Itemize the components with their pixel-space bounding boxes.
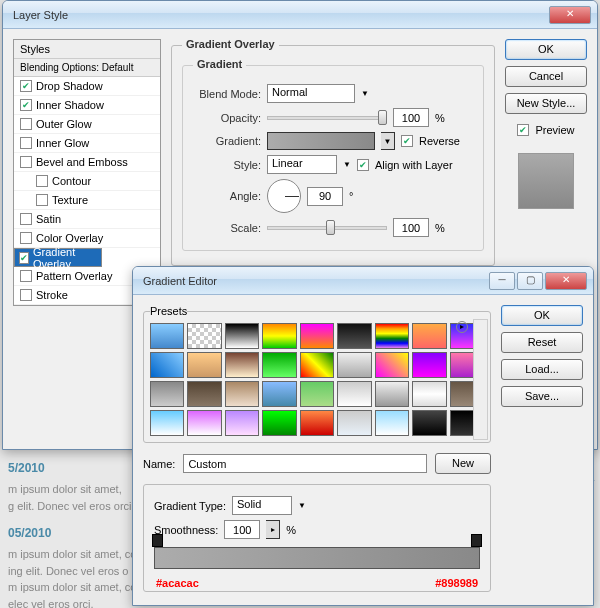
gradient-dropdown[interactable]: ▼ <box>381 132 395 150</box>
hex-right: #898989 <box>435 577 478 589</box>
style-item-bevel-and-emboss[interactable]: Bevel and Emboss <box>14 153 160 172</box>
preset-swatch[interactable] <box>225 352 259 378</box>
opacity-slider[interactable] <box>267 116 387 120</box>
preset-swatch[interactable] <box>150 323 184 349</box>
reverse-checkbox[interactable]: ✔ <box>401 135 413 147</box>
style-checkbox[interactable]: ✔ <box>20 80 32 92</box>
preset-swatch[interactable] <box>225 410 259 436</box>
smoothness-step-icon[interactable]: ▸ <box>266 520 280 539</box>
ok-button[interactable]: OK <box>501 305 583 326</box>
preset-swatch[interactable] <box>412 410 446 436</box>
style-item-inner-shadow[interactable]: ✔Inner Shadow <box>14 96 160 115</box>
preset-swatch[interactable] <box>225 381 259 407</box>
preset-swatch[interactable] <box>262 352 296 378</box>
preset-swatch[interactable] <box>412 323 446 349</box>
hex-left: #acacac <box>156 577 199 589</box>
preset-swatch[interactable] <box>375 352 409 378</box>
style-select[interactable]: Linear <box>267 155 337 174</box>
blend-mode-select[interactable]: Normal <box>267 84 355 103</box>
preset-swatch[interactable] <box>375 323 409 349</box>
angle-label: Angle: <box>193 190 261 202</box>
minimize-icon[interactable]: ─ <box>489 272 515 290</box>
preset-swatch[interactable] <box>375 410 409 436</box>
style-checkbox[interactable] <box>20 137 32 149</box>
preset-swatch[interactable] <box>375 381 409 407</box>
presets-label: Presets <box>150 305 187 317</box>
style-checkbox[interactable]: ✔ <box>19 252 29 264</box>
preset-swatch[interactable] <box>337 352 371 378</box>
style-item-contour[interactable]: Contour <box>14 172 160 191</box>
gradient-stop-right[interactable] <box>471 534 482 547</box>
style-checkbox[interactable] <box>20 213 32 225</box>
gradient-stop-left[interactable] <box>152 534 163 547</box>
cancel-button[interactable]: Cancel <box>505 66 587 87</box>
scale-input[interactable] <box>393 218 429 237</box>
close-icon[interactable]: ✕ <box>549 6 591 24</box>
gradient-group: Gradient <box>193 58 246 70</box>
preset-swatch[interactable] <box>337 323 371 349</box>
preset-swatch[interactable] <box>300 352 334 378</box>
presets-menu-icon[interactable]: ▸ <box>456 321 468 333</box>
load-button[interactable]: Load... <box>501 359 583 380</box>
gradient-bar[interactable] <box>154 547 480 569</box>
opacity-input[interactable] <box>393 108 429 127</box>
new-style-button[interactable]: New Style... <box>505 93 587 114</box>
style-checkbox[interactable] <box>20 156 32 168</box>
style-checkbox[interactable] <box>20 118 32 130</box>
preset-swatch[interactable] <box>150 410 184 436</box>
panel-title: Gradient Overlay <box>182 38 279 50</box>
preset-swatch[interactable] <box>300 410 334 436</box>
titlebar[interactable]: Gradient Editor ─ ▢ ✕ <box>133 267 593 295</box>
style-checkbox[interactable]: ✔ <box>20 99 32 111</box>
styles-header[interactable]: Styles <box>14 40 160 59</box>
scale-slider[interactable] <box>267 226 387 230</box>
scrollbar[interactable] <box>473 319 488 440</box>
style-item-drop-shadow[interactable]: ✔Drop Shadow <box>14 77 160 96</box>
style-item-texture[interactable]: Texture <box>14 191 160 210</box>
smoothness-input[interactable] <box>224 520 260 539</box>
blending-header[interactable]: Blending Options: Default <box>14 59 160 77</box>
preset-swatch[interactable] <box>262 381 296 407</box>
save-button[interactable]: Save... <box>501 386 583 407</box>
preset-swatch[interactable] <box>262 410 296 436</box>
name-input[interactable] <box>183 454 427 473</box>
style-item-satin[interactable]: Satin <box>14 210 160 229</box>
preset-swatch[interactable] <box>150 352 184 378</box>
titlebar[interactable]: Layer Style ✕ <box>3 1 597 29</box>
style-item-gradient-overlay[interactable]: ✔Gradient Overlay <box>14 248 102 267</box>
preset-swatch[interactable] <box>150 381 184 407</box>
style-item-inner-glow[interactable]: Inner Glow <box>14 134 160 153</box>
preset-swatch[interactable] <box>300 381 334 407</box>
ok-button[interactable]: OK <box>505 39 587 60</box>
style-checkbox[interactable] <box>20 232 32 244</box>
reset-button[interactable]: Reset <box>501 332 583 353</box>
preset-swatch[interactable] <box>337 381 371 407</box>
maximize-icon[interactable]: ▢ <box>517 272 543 290</box>
style-checkbox[interactable] <box>36 194 48 206</box>
preset-swatch[interactable] <box>187 381 221 407</box>
preset-swatch[interactable] <box>187 352 221 378</box>
style-checkbox[interactable] <box>36 175 48 187</box>
gradient-type-select[interactable]: Solid <box>232 496 292 515</box>
preset-swatch[interactable] <box>187 410 221 436</box>
angle-input[interactable] <box>307 187 343 206</box>
new-button[interactable]: New <box>435 453 491 474</box>
preset-swatch[interactable] <box>225 323 259 349</box>
preset-swatch[interactable] <box>412 352 446 378</box>
preset-swatch[interactable] <box>187 323 221 349</box>
angle-wheel[interactable] <box>267 179 301 213</box>
style-checkbox[interactable] <box>20 270 32 282</box>
preset-swatch[interactable] <box>412 381 446 407</box>
preview-checkbox[interactable]: ✔ <box>517 124 529 136</box>
align-checkbox[interactable]: ✔ <box>357 159 369 171</box>
preview-swatch <box>518 153 574 209</box>
preset-swatch[interactable] <box>300 323 334 349</box>
gradient-editor-dialog: Gradient Editor ─ ▢ ✕ Presets ▸ Name: Ne… <box>132 266 594 606</box>
preset-swatch[interactable] <box>262 323 296 349</box>
pct-label: % <box>286 524 296 536</box>
style-checkbox[interactable] <box>20 289 32 301</box>
gradient-swatch[interactable] <box>267 132 375 150</box>
close-icon[interactable]: ✕ <box>545 272 587 290</box>
preset-swatch[interactable] <box>337 410 371 436</box>
style-item-outer-glow[interactable]: Outer Glow <box>14 115 160 134</box>
